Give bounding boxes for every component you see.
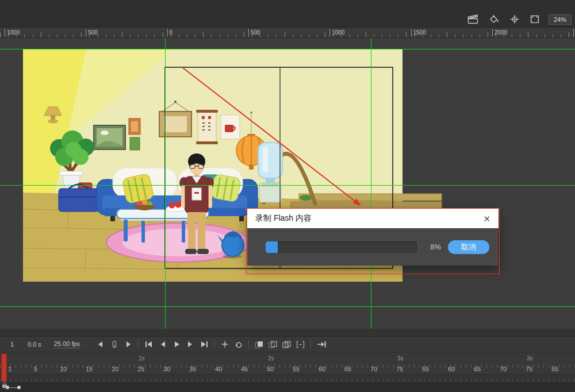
stage-artwork [0, 38, 575, 329]
frame-number-label: 55 [551, 366, 558, 372]
frame-number-label: 15 [86, 366, 93, 372]
record-flash-dialog: 录制 Flash 内容 ✕ 8% 取消 [247, 209, 499, 266]
toolbar-separator [248, 340, 249, 349]
animation-editor-window: 24% 1000500050010001500200025 [0, 0, 575, 392]
progress-fill [266, 241, 278, 253]
mini-ruler[interactable] [0, 375, 575, 383]
edit-multiple-frames-icon[interactable] [280, 339, 293, 350]
guide-line-horizontal[interactable] [0, 306, 575, 307]
keyframe-span [7, 387, 17, 388]
frame-number-label: 65 [344, 366, 351, 372]
playhead[interactable] [1, 353, 7, 382]
dialog-header[interactable]: 录制 Flash 内容 ✕ [247, 209, 499, 228]
center-playhead-icon[interactable] [218, 339, 231, 350]
frame-number-label: 75 [396, 366, 403, 372]
frame-number-label: 50 [267, 366, 274, 372]
progress-bar [266, 241, 417, 253]
frame-number-label: 25 [137, 366, 144, 372]
current-frame-value: 1 [10, 341, 18, 348]
guide-line-vertical[interactable] [371, 38, 371, 329]
dialog-title: 录制 Flash 内容 [255, 213, 483, 224]
ruler-label: 0 [167, 29, 173, 37]
stage-canvas[interactable]: 录制 Flash 内容 ✕ 8% 取消 [0, 38, 575, 329]
frame-number-label: 45 [241, 366, 248, 372]
mini-ticks [0, 379, 575, 382]
frame-number-label: 60 [448, 366, 455, 372]
modify-onion-markers-icon[interactable] [294, 339, 307, 350]
guide-line-vertical[interactable] [165, 38, 166, 329]
zoom-level-control[interactable]: 24% [549, 14, 572, 25]
timeline-spacer [0, 329, 575, 336]
guide-line-horizontal[interactable] [0, 49, 575, 49]
ruler-label: 1000 [329, 29, 344, 37]
lock-icon[interactable] [2, 382, 7, 389]
progress-percent-label: 8% [424, 243, 441, 251]
frame-number-label: 35 [189, 366, 196, 372]
frame-rate-value[interactable]: 25.00 fps [54, 340, 80, 348]
frame-number-label: 55 [293, 366, 300, 372]
toolbar-icon-group: 24% [466, 13, 572, 25]
seconds-marker-label: 3s [397, 355, 404, 362]
toolbar-separator [138, 340, 139, 349]
frame-number-label: 10 [60, 366, 67, 372]
ruler-label: 500 [86, 29, 98, 37]
top-toolbar: 24% [0, 0, 575, 28]
frame-number-label: 75 [526, 366, 532, 372]
paint-bucket-icon[interactable] [488, 13, 501, 25]
next-scene-icon[interactable] [121, 339, 135, 350]
frame-number-label: 5 [34, 366, 37, 372]
previous-frame-icon[interactable] [156, 339, 169, 350]
seconds-marker-label: 1s [139, 355, 145, 362]
frame-number-label: 60 [319, 366, 325, 372]
play-icon[interactable] [170, 339, 183, 350]
zoom-level-value: 24% [554, 16, 566, 23]
scene-preview-icon[interactable] [108, 339, 121, 350]
ruler-label: 1000 [5, 29, 20, 37]
frame-number-label: 1 [8, 366, 12, 372]
close-icon[interactable]: ✕ [483, 214, 490, 223]
stage-bounds-icon[interactable] [528, 13, 541, 25]
frame-number-label: 55 [422, 366, 429, 372]
onion-skin-icon[interactable] [252, 339, 266, 350]
seconds-marker-label: 2s [268, 355, 274, 362]
go-to-last-frame-icon[interactable] [197, 339, 210, 350]
frame-ruler[interactable]: 1510152025303540455055606570755560657075… [0, 352, 575, 375]
frame-number-label: 70 [500, 366, 507, 372]
go-to-first-frame-icon[interactable] [142, 339, 155, 350]
keyframe-dot[interactable] [17, 386, 21, 389]
render-movie-icon[interactable] [466, 13, 480, 25]
onion-skin-outlines-icon[interactable] [266, 339, 279, 350]
cancel-button[interactable]: 取消 [448, 240, 489, 254]
frame-number-label: 20 [112, 366, 118, 372]
ruler-label: 2000 [492, 29, 507, 37]
water-dispenser [258, 143, 282, 202]
frame-number-label: 65 [474, 366, 481, 372]
ruler-label: 500 [248, 29, 260, 37]
toolbar-separator [310, 340, 311, 349]
previous-scene-icon[interactable] [94, 339, 107, 350]
registration-grid-icon[interactable] [508, 13, 521, 25]
frame-number-label: 70 [370, 366, 377, 372]
elapsed-time-value: 0.0 s [28, 341, 41, 348]
jump-to-end-icon[interactable] [315, 339, 328, 350]
ruler-label: 1500 [411, 29, 426, 37]
frame-number-label: 30 [163, 366, 170, 372]
timeline-panel: 1510152025303540455055606570755560657075… [0, 352, 575, 392]
toolbar-separator [214, 340, 214, 349]
seconds-marker-label: 3s [527, 355, 533, 362]
next-frame-icon[interactable] [183, 339, 197, 350]
layer-track[interactable] [0, 383, 575, 392]
horizontal-ruler[interactable]: 1000500050010001500200025 [0, 28, 575, 38]
loop-playback-icon[interactable] [232, 339, 245, 350]
guide-line-horizontal[interactable] [0, 185, 575, 186]
frame-number-label: 40 [215, 366, 222, 372]
dialog-body: 8% 取消 [247, 228, 499, 266]
timeline-controls-bar: 1 0.0 s 25.00 fps [0, 336, 575, 352]
